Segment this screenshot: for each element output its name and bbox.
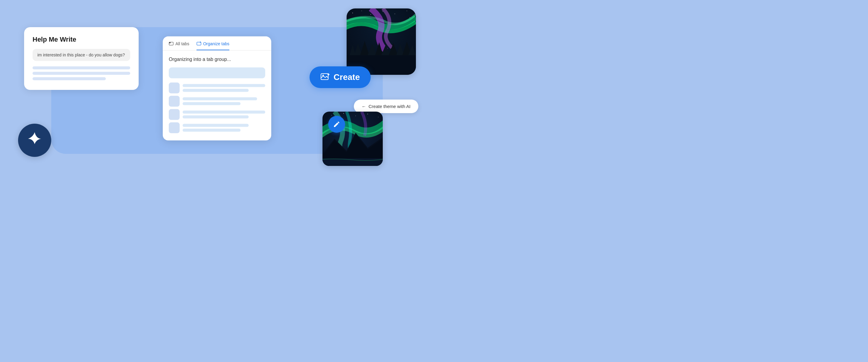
organize-tabs-icon: [196, 41, 201, 46]
svg-point-27: [355, 115, 356, 116]
skeleton-line-1-2: [183, 89, 249, 92]
create-theme-arrow: ←: [362, 104, 366, 109]
tab-organize-tabs[interactable]: Organize tabs: [196, 41, 229, 50]
svg-point-8: [395, 13, 395, 14]
skeleton-line-4-1: [183, 124, 249, 127]
skeleton-rows: [169, 83, 265, 133]
svg-point-23: [322, 75, 324, 76]
help-me-write-title: Help Me Write: [33, 36, 130, 44]
pencil-icon: [333, 121, 340, 128]
svg-point-29: [378, 117, 378, 117]
skeleton-row-1: [169, 83, 265, 93]
create-image-icon: [320, 73, 330, 82]
skeleton-row-2: [169, 96, 265, 107]
svg-point-28: [367, 114, 368, 114]
skeleton-row-3: [169, 109, 265, 120]
skeleton-lines-2: [183, 98, 265, 105]
suggestion-line-2: [33, 72, 130, 75]
suggestion-line-1: [33, 66, 130, 69]
svg-point-25: [331, 115, 332, 115]
skeleton-top-bar: [169, 67, 265, 78]
aurora-image-top: [347, 8, 416, 75]
svg-point-9: [407, 10, 407, 11]
svg-point-26: [343, 113, 344, 114]
suggestion-line-3: [33, 77, 106, 80]
skeleton-line-2-1: [183, 98, 257, 101]
organizing-text: Organizing into a tab group...: [169, 57, 265, 62]
help-me-write-input[interactable]: im interested in this place - do you all…: [33, 49, 130, 61]
skeleton-lines-3: [183, 111, 265, 118]
help-me-write-suggestions: [33, 66, 130, 80]
skeleton-thumb-4: [169, 122, 180, 133]
svg-point-5: [361, 10, 362, 11]
skeleton-row-4: [169, 122, 265, 133]
skeleton-line-2-2: [183, 102, 241, 105]
create-theme-button[interactable]: ← Create theme with AI: [354, 100, 418, 113]
sparkle-icon: [27, 131, 42, 150]
skeleton-line-4-2: [183, 129, 241, 132]
tabs-body: Organizing into a tab group...: [163, 51, 271, 141]
ai-star-circle[interactable]: [18, 124, 51, 157]
skeleton-lines-4: [183, 124, 265, 132]
create-button-label: Create: [334, 73, 360, 82]
tab-all-tabs[interactable]: All tabs: [169, 41, 189, 50]
skeleton-line-1-1: [183, 84, 265, 87]
svg-point-6: [370, 14, 371, 15]
create-button[interactable]: Create: [310, 66, 371, 88]
all-tabs-icon: [169, 41, 174, 46]
edit-circle-button[interactable]: [328, 116, 345, 133]
all-tabs-label: All tabs: [176, 41, 189, 46]
create-theme-label: Create theme with AI: [369, 104, 410, 109]
organize-tabs-label: Organize tabs: [203, 41, 229, 46]
skeleton-thumb-3: [169, 109, 180, 120]
skeleton-lines-1: [183, 84, 265, 92]
svg-point-7: [382, 11, 383, 12]
skeleton-thumb-2: [169, 96, 180, 107]
svg-rect-32: [322, 158, 383, 166]
skeleton-line-3-2: [183, 115, 249, 118]
skeleton-thumb-1: [169, 83, 180, 93]
skeleton-line-3-1: [183, 111, 265, 114]
help-me-write-card: Help Me Write im interested in this plac…: [24, 27, 138, 90]
content-skeleton: [169, 67, 265, 133]
scene: Help Me Write im interested in this plac…: [0, 0, 434, 181]
organize-tabs-panel: All tabs Organize tabs Organizing into a…: [163, 36, 271, 141]
tabs-header: All tabs Organize tabs: [163, 36, 271, 51]
svg-rect-1: [169, 42, 170, 44]
svg-point-4: [352, 13, 353, 13]
aurora-svg-top: [347, 8, 416, 75]
